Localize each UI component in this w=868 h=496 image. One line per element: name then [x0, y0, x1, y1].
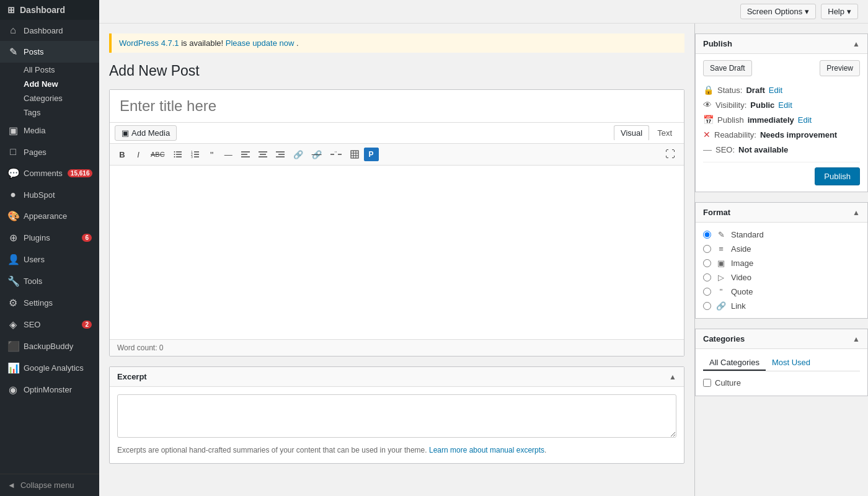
- toolbar-table[interactable]: [347, 148, 363, 161]
- wordpress-version-link[interactable]: WordPress 4.7.1: [119, 38, 179, 48]
- sidebar-item-plugins[interactable]: ⊕ Plugins 6: [0, 227, 99, 249]
- sidebar-item-hubspot[interactable]: ● HubSpot: [0, 184, 99, 205]
- publish-button[interactable]: Publish: [815, 167, 860, 185]
- toolbar-bold[interactable]: B: [115, 148, 130, 162]
- category-checkbox-culture[interactable]: [703, 379, 711, 387]
- update-now-link[interactable]: Please update now: [226, 38, 294, 48]
- excerpt-textarea[interactable]: [117, 394, 676, 438]
- help-button[interactable]: Help ▾: [821, 4, 858, 19]
- word-count-value: 0: [159, 343, 164, 352]
- status-edit-link[interactable]: Edit: [769, 86, 782, 95]
- sidebar-item-seo[interactable]: ◈ SEO 2: [0, 314, 99, 335]
- format-option-image[interactable]: ▣ Image: [703, 257, 860, 269]
- tab-text[interactable]: Text: [650, 125, 679, 141]
- format-option-video[interactable]: ▷ Video: [703, 272, 860, 283]
- sidebar-item-tools[interactable]: 🔧 Tools: [0, 270, 99, 292]
- format-radio-standard[interactable]: [703, 231, 711, 239]
- excerpt-collapse-icon[interactable]: ▲: [669, 373, 676, 381]
- toolbar-fullscreen[interactable]: ⛶: [662, 146, 679, 162]
- update-notice-text-middle: is available!: [181, 38, 226, 48]
- sidebar-item-label: Pages: [24, 148, 46, 157]
- help-label: Help: [828, 7, 844, 16]
- format-option-quote[interactable]: " Quote: [703, 286, 860, 298]
- standard-icon: ✎: [716, 230, 726, 239]
- format-radio-video[interactable]: [703, 273, 711, 281]
- visibility-edit-link[interactable]: Edit: [778, 100, 792, 110]
- preview-button[interactable]: Preview: [820, 60, 860, 76]
- excerpt-hint: Excerpts are optional hand-crafted summa…: [117, 445, 676, 456]
- toolbar-ordered-list[interactable]: 123: [187, 148, 203, 161]
- sidebar-item-appearance[interactable]: 🎨 Appearance: [0, 205, 99, 227]
- sidebar-item-optinmonster[interactable]: ◉ OptinMonster: [0, 379, 99, 401]
- format-collapse-icon[interactable]: ▲: [852, 208, 860, 217]
- publish-box-body: Save Draft Preview 🔒 Status: Draft Edit …: [696, 54, 867, 192]
- sidebar-item-label: Plugins: [24, 233, 50, 242]
- sidebar-item-label: Google Analytics: [24, 363, 84, 373]
- sidebar-logo[interactable]: ⊞ Dashboard: [0, 0, 99, 20]
- format-radio-aside[interactable]: [703, 245, 711, 253]
- sidebar-item-pages[interactable]: □ Pages: [0, 141, 99, 162]
- toolbar-horizontal-rule[interactable]: —: [221, 148, 236, 162]
- sidebar-item-dashboard[interactable]: ⌂ Dashboard: [0, 20, 99, 41]
- toolbar-insert-readmore[interactable]: [327, 148, 345, 161]
- format-box-header: Format ▲: [696, 203, 867, 223]
- tab-all-categories[interactable]: All Categories: [703, 355, 766, 371]
- excerpt-box-header[interactable]: Excerpt ▲: [110, 367, 684, 387]
- format-radio-link[interactable]: [703, 302, 711, 310]
- format-radio-quote[interactable]: [703, 288, 711, 296]
- toolbar-italic[interactable]: I: [131, 148, 146, 162]
- publish-actions: Save Draft Preview: [703, 60, 860, 76]
- post-title-input[interactable]: [110, 90, 684, 123]
- excerpt-hint-text: Excerpts are optional hand-crafted summa…: [117, 446, 427, 454]
- toolbar-insert-link[interactable]: 🔗: [290, 148, 307, 162]
- tab-visual[interactable]: Visual: [614, 125, 649, 141]
- sidebar-item-label: Appearance: [24, 211, 67, 221]
- sidebar-item-backupbuddy[interactable]: ⬛ BackupBuddy: [0, 335, 99, 357]
- word-count-label: Word count:: [117, 343, 157, 352]
- sidebar-item-label: Users: [24, 255, 45, 264]
- save-draft-button[interactable]: Save Draft: [703, 60, 752, 76]
- publish-collapse-icon[interactable]: ▲: [852, 40, 860, 48]
- categories-collapse-icon[interactable]: ▲: [852, 335, 860, 343]
- excerpt-learn-more-link[interactable]: Learn more about manual excerpts: [429, 446, 544, 454]
- format-label-standard: Standard: [731, 230, 764, 239]
- toolbar-align-center[interactable]: [255, 148, 271, 161]
- sidebar-item-media[interactable]: ▣ Media: [0, 120, 99, 141]
- publish-time-edit-link[interactable]: Edit: [798, 115, 812, 125]
- toolbar-wordpress-paste[interactable]: P: [364, 148, 379, 161]
- sidebar-sub-tags[interactable]: Tags: [0, 105, 99, 120]
- seo-status-icon: —: [703, 144, 712, 154]
- post-editor-body[interactable]: [110, 166, 684, 339]
- screen-options-button[interactable]: Screen Options ▾: [740, 4, 817, 19]
- sidebar-sub-add-new[interactable]: Add New: [0, 77, 99, 91]
- collapse-menu-button[interactable]: ◄ Collapse menu: [0, 474, 99, 496]
- sidebar-sub-all-posts[interactable]: All Posts: [0, 63, 99, 77]
- toolbar-remove-link[interactable]: 🔗: [308, 148, 326, 162]
- sidebar-item-settings[interactable]: ⚙ Settings: [0, 292, 99, 314]
- readability-label: Readability:: [714, 130, 756, 140]
- sidebar-item-label: Media: [24, 126, 45, 135]
- link-format-icon: 🔗: [716, 301, 726, 311]
- format-label-video: Video: [731, 273, 751, 282]
- svg-rect-24: [351, 151, 358, 158]
- sidebar-item-users[interactable]: 👤 Users: [0, 249, 99, 270]
- wp-logo-icon: ⊞: [7, 5, 15, 15]
- sidebar-sub-categories[interactable]: Categories: [0, 91, 99, 105]
- toolbar-blockquote[interactable]: ": [205, 147, 219, 162]
- dashboard-icon: ⌂: [7, 25, 19, 36]
- toolbar-unordered-list[interactable]: [170, 148, 186, 161]
- format-radio-image[interactable]: [703, 259, 711, 267]
- sidebar-item-google-analytics[interactable]: 📊 Google Analytics: [0, 357, 99, 379]
- sidebar-item-comments[interactable]: 💬 Comments 15,616: [0, 162, 99, 184]
- format-option-standard[interactable]: ✎ Standard: [703, 229, 860, 241]
- toolbar-strikethrough[interactable]: ABC: [147, 148, 169, 161]
- format-option-aside[interactable]: ≡ Aside: [703, 243, 860, 255]
- format-option-link[interactable]: 🔗 Link: [703, 300, 860, 312]
- sidebar-item-label: Settings: [24, 298, 53, 308]
- sidebar-item-posts[interactable]: ✎ Posts: [0, 41, 99, 63]
- tab-most-used[interactable]: Most Used: [766, 355, 817, 371]
- add-media-button[interactable]: ▣ Add Media: [115, 125, 177, 141]
- toolbar-align-right[interactable]: [272, 148, 288, 161]
- toolbar-align-left[interactable]: [237, 148, 254, 161]
- visibility-value: Public: [750, 100, 774, 110]
